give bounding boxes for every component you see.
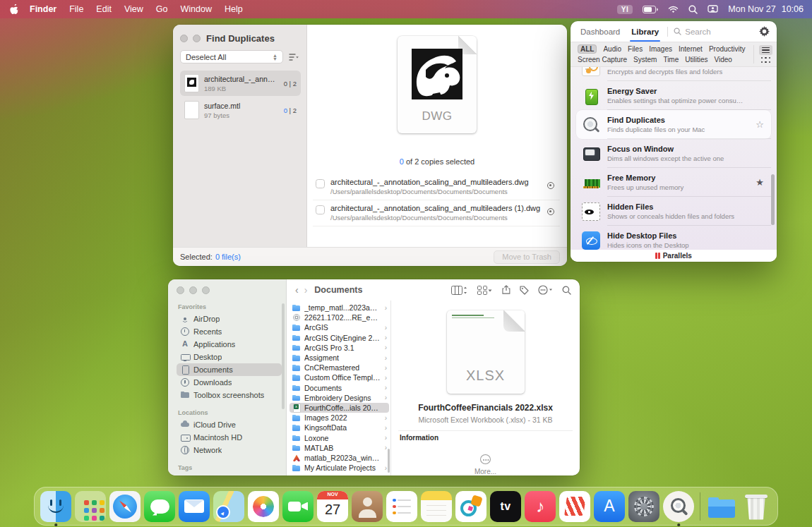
category-system[interactable]: System xyxy=(633,56,657,63)
sidebar-item-tags[interactable]: Tags xyxy=(177,462,282,473)
dock-item-notes[interactable] xyxy=(420,490,453,523)
tool-row-energy-saver[interactable]: Energy Saver Enables settings that optim… xyxy=(576,81,771,110)
sidebar-item-network[interactable]: Network xyxy=(177,444,282,456)
dock-item-trash[interactable] xyxy=(740,490,772,523)
dock-item-divider[interactable] xyxy=(697,490,703,523)
sidebar-item-toolbox-screenshots[interactable]: Toolbox screenshots xyxy=(177,389,282,401)
file-row-custom-office-templates[interactable]: Custom Office Templates › xyxy=(289,372,389,382)
dock-item-freeform[interactable] xyxy=(455,490,487,523)
file-row-temp-matl-2023a-win64[interactable]: _temp_matl...2023a_win64 › xyxy=(289,303,389,313)
view-mode-button[interactable] xyxy=(451,286,468,295)
menu-item-go[interactable]: Go xyxy=(150,4,174,14)
more-actions-button[interactable] xyxy=(538,285,553,295)
dock-item-launchpad[interactable] xyxy=(74,490,107,523)
sidebar-item-locations[interactable]: Locations xyxy=(177,407,282,418)
list-view-button[interactable] xyxy=(759,45,772,55)
sidebar-item-recents[interactable]: Recents xyxy=(177,325,282,338)
selection-dropdown[interactable]: Deselect All ▲▼ xyxy=(180,50,283,63)
file-row-arcgis[interactable]: ArcGIS › xyxy=(289,322,389,332)
dock-item-calendar[interactable]: NOV 27 xyxy=(316,490,349,523)
tool-row-hide-desktop-files[interactable]: Hide Desktop Files Hides icons on the De… xyxy=(576,226,771,250)
dock-item-contacts[interactable] xyxy=(351,490,383,523)
file-row-embroidery-designs[interactable]: Embroidery Designs › xyxy=(289,393,389,403)
category-files[interactable]: Files xyxy=(628,45,643,53)
file-row-cncremastered[interactable]: CnCRemastered › xyxy=(289,363,389,372)
tool-row-find-duplicates[interactable]: Find Duplicates Finds duplicate files on… xyxy=(576,110,771,139)
toolbox-search-input[interactable]: Search xyxy=(674,28,753,36)
duplicate-group-row-surface-mtl[interactable]: surface.mtl 97 bytes 0 | 2 xyxy=(180,97,301,123)
sidebar-item-documents[interactable]: Documents xyxy=(177,363,282,376)
dock-item-photos[interactable] xyxy=(247,490,280,523)
move-to-trash-button[interactable]: Move to Trash xyxy=(494,250,560,264)
tool-row-focus-on-window[interactable]: Focus on Window Dims all windows except … xyxy=(576,139,771,168)
column-scrollbar[interactable] xyxy=(388,449,390,473)
dock-item-maps[interactable] xyxy=(213,490,245,523)
parallels-toolbox-menu-icon[interactable]: YI xyxy=(617,5,633,14)
sidebar-item-macintosh-hd[interactable]: Macintosh HD xyxy=(177,431,282,444)
more-ellipsis-icon[interactable] xyxy=(480,454,491,464)
sidebar-item-applications[interactable]: Applications xyxy=(177,338,282,351)
wifi-icon[interactable] xyxy=(668,6,679,13)
category-internet[interactable]: Internet xyxy=(679,45,703,53)
file-row-matlab[interactable]: MATLAB › xyxy=(289,443,389,453)
category-screen-capture[interactable]: Screen Capture xyxy=(578,56,627,63)
dock-item-mail[interactable] xyxy=(178,490,210,523)
dock-item-find-duplicates[interactable] xyxy=(662,490,695,523)
sidebar-item-downloads[interactable]: Downloads xyxy=(177,376,282,389)
file-row-arcgis-cityengine-2023-0[interactable]: ArcGIS CityEngine 2023.0 › xyxy=(289,333,389,343)
gear-icon[interactable] xyxy=(759,26,770,37)
file-row-my-articulate-projects[interactable]: My Articulate Projects › xyxy=(289,463,389,473)
menu-item-finder[interactable]: Finder xyxy=(23,4,63,14)
file-row-images-2022[interactable]: Images 2022 › xyxy=(289,413,389,423)
dock-item-downloads[interactable] xyxy=(705,490,738,523)
file-row-documents[interactable]: Documents › xyxy=(289,383,389,393)
category-time[interactable]: Time xyxy=(663,56,679,63)
tool-row-encrypt-files[interactable]: Encrypt Files Encrypts and decrypts file… xyxy=(576,67,771,81)
back-button[interactable]: ‹ xyxy=(295,285,299,295)
sidebar-item-red[interactable]: Red xyxy=(177,473,282,475)
user-switch-icon[interactable] xyxy=(707,5,718,14)
tool-row-hidden-files[interactable]: Hidden Files Shows or conceals hidden fi… xyxy=(576,197,771,226)
category-utilities[interactable]: Utilities xyxy=(685,56,707,63)
sidebar-item-icloud-drive[interactable]: iCloud Drive xyxy=(177,418,282,431)
spotlight-search-icon[interactable] xyxy=(688,5,698,14)
dock-item-tv[interactable]: tv xyxy=(489,490,522,523)
file-row-arcgis-pro-3-1[interactable]: ArcGIS Pro 3.1 › xyxy=(289,343,389,353)
battery-icon[interactable] xyxy=(643,6,658,13)
dock-item-messages[interactable] xyxy=(143,490,176,523)
category-video[interactable]: Video xyxy=(714,56,732,63)
share-icon[interactable] xyxy=(502,285,511,295)
category-images[interactable]: Images xyxy=(649,45,672,53)
dock-item-news[interactable] xyxy=(559,490,591,523)
reveal-file-icon[interactable] xyxy=(547,208,554,215)
dock-item-appstore[interactable]: A xyxy=(593,490,626,523)
forward-button[interactable]: › xyxy=(304,285,308,295)
file-row-assigment[interactable]: Assigment › xyxy=(289,353,389,363)
sort-options-button[interactable] xyxy=(287,50,301,63)
toolbox-scrollbar[interactable] xyxy=(771,174,775,225)
dock-item-music[interactable]: ♪ xyxy=(524,490,556,523)
sidebar-item-favorites[interactable]: Favorites xyxy=(177,301,282,313)
dock-item-finder[interactable] xyxy=(40,490,72,523)
copy-checkbox[interactable] xyxy=(316,179,325,188)
reveal-file-icon[interactable] xyxy=(547,182,554,189)
category-productivity[interactable]: Productivity xyxy=(709,45,746,53)
menu-clock[interactable]: Mon Nov 2710:06 xyxy=(728,4,804,14)
file-row-fourthcoffe-ials-2022-xlsx[interactable]: FourthCoffe...ials 2022.xlsx › xyxy=(289,403,389,413)
group-button[interactable] xyxy=(477,286,493,295)
file-row-kingsoftdata[interactable]: KingsoftData › xyxy=(289,423,389,432)
search-icon[interactable] xyxy=(562,286,571,295)
menu-item-window[interactable]: Window xyxy=(174,4,217,14)
apple-logo-icon[interactable] xyxy=(10,4,19,15)
tag-icon[interactable] xyxy=(520,286,529,295)
favorite-star-icon[interactable] xyxy=(754,177,765,188)
copy-checkbox[interactable] xyxy=(316,205,325,214)
grid-view-button[interactable] xyxy=(761,56,771,63)
category-all[interactable]: ALL xyxy=(578,45,597,53)
tab-library[interactable]: Library xyxy=(628,21,662,42)
more-label[interactable]: More... xyxy=(474,468,496,475)
duplicate-group-row-architectural-annota[interactable]: architectural_-_annota... 189 KB 0 | 2 xyxy=(180,71,301,96)
menu-item-view[interactable]: View xyxy=(118,4,150,14)
menu-item-file[interactable]: File xyxy=(63,4,90,14)
dock-item-facetime[interactable] xyxy=(282,490,314,523)
